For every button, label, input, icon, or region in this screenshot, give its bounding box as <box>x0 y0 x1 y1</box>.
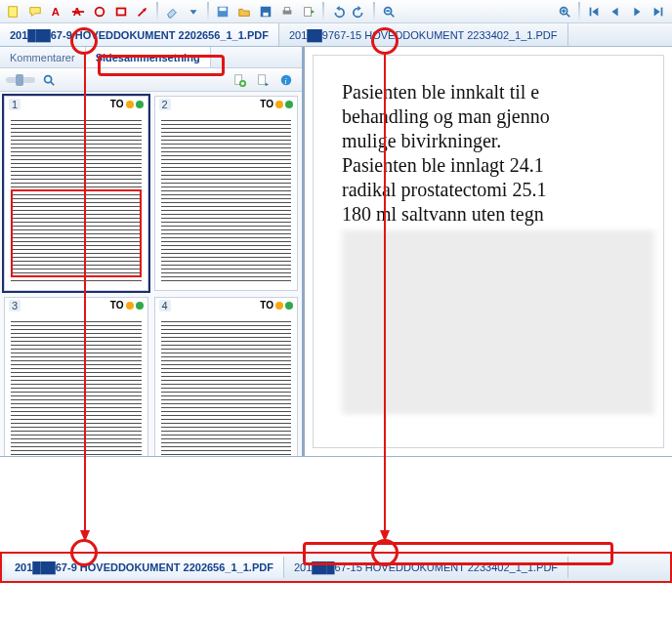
page-number: 3 <box>9 300 21 311</box>
svg-point-4 <box>96 7 105 16</box>
bottom-tab-doc2[interactable]: 201███67-15 HOVEDDOKUMENT 2233402_1_1.PD… <box>284 557 568 578</box>
document-text: Pasienten ble innkalt til e behandling o… <box>342 80 654 227</box>
page-number: 4 <box>159 300 171 311</box>
document-blurred-text <box>342 232 654 413</box>
folder-icon[interactable] <box>234 2 254 21</box>
svg-text:A: A <box>52 6 60 18</box>
page-head: TO <box>110 99 144 109</box>
floppy-icon[interactable] <box>256 2 275 21</box>
page-number: 2 <box>159 99 171 110</box>
workspace: Kommentarer Sidesammensetning i 1 TO <box>0 47 672 457</box>
next-icon[interactable] <box>627 2 647 21</box>
document-page: Pasienten ble innkalt til e behandling o… <box>313 55 664 448</box>
svg-marker-29 <box>634 7 640 16</box>
svg-marker-27 <box>592 7 598 16</box>
eraser-icon[interactable] <box>162 2 182 21</box>
svg-marker-39 <box>266 82 270 86</box>
redo-icon[interactable] <box>350 2 369 21</box>
bottom-tab-doc1[interactable]: 201███67-9 HOVEDDOKUMENT 2202656_1_1.PDF <box>5 557 284 578</box>
svg-line-23 <box>567 13 570 17</box>
svg-point-32 <box>45 75 52 82</box>
toolbar-separator <box>207 2 209 21</box>
svg-rect-14 <box>284 7 289 11</box>
svg-rect-38 <box>259 74 266 84</box>
export-icon[interactable] <box>299 2 318 21</box>
zoom-in-icon[interactable] <box>555 2 574 21</box>
note-icon[interactable] <box>4 2 23 21</box>
circle-icon[interactable] <box>90 2 109 21</box>
thumbnail-page-2[interactable]: 2 TO <box>154 96 299 291</box>
move-page-icon[interactable] <box>253 70 273 90</box>
thumbnail-page-1[interactable]: 1 TO <box>4 96 148 291</box>
thumbnail-scroll[interactable]: 1 TO 2 TO 3 TO 4 TO <box>0 92 302 456</box>
info-icon[interactable]: i <box>276 70 296 90</box>
last-icon[interactable] <box>649 2 668 21</box>
page-head: TO <box>260 300 293 311</box>
svg-marker-28 <box>612 7 618 16</box>
document-view[interactable]: Pasienten ble innkalt til e behandling o… <box>305 47 672 456</box>
zoom-slider[interactable] <box>6 77 35 83</box>
svg-rect-26 <box>590 7 592 16</box>
page-number: 1 <box>9 99 21 110</box>
svg-marker-45 <box>380 530 390 542</box>
page-head: TO <box>260 99 293 109</box>
zoom-out-icon[interactable] <box>379 2 399 21</box>
toolbar-separator <box>156 2 158 21</box>
zoom-fit-icon[interactable] <box>39 70 59 90</box>
svg-line-33 <box>51 81 55 85</box>
svg-marker-17 <box>336 5 340 10</box>
svg-marker-31 <box>654 7 660 16</box>
page-head: TO <box>110 300 144 311</box>
tab-doc2[interactable]: 201██9767-15 HOVEDDOKUMENT 2233402_1_1.P… <box>279 23 568 46</box>
svg-marker-43 <box>80 530 90 542</box>
svg-rect-5 <box>117 8 126 15</box>
sidebar-subtabs: Kommentarer Sidesammensetning <box>0 47 302 68</box>
svg-marker-16 <box>312 10 315 14</box>
toolbar-separator <box>578 2 580 21</box>
first-icon[interactable] <box>584 2 604 21</box>
svg-rect-0 <box>9 6 18 17</box>
svg-rect-15 <box>305 7 312 16</box>
text-red-a-icon[interactable]: A <box>47 2 66 21</box>
svg-rect-10 <box>220 7 227 11</box>
svg-line-20 <box>391 13 395 17</box>
print-icon[interactable] <box>277 2 297 21</box>
text-strike-a-icon[interactable]: A <box>68 2 88 21</box>
thumbnail-toolbar: i <box>0 68 302 92</box>
toolbar-separator <box>322 2 324 21</box>
document-tabs: 201███67-9 HOVEDDOKUMENT 2202656_1_1.PDF… <box>0 23 672 47</box>
rect-icon[interactable] <box>111 2 131 21</box>
svg-rect-12 <box>263 12 268 16</box>
bottom-tabs-annotation: 201███67-9 HOVEDDOKUMENT 2202656_1_1.PDF… <box>0 552 672 583</box>
thumbnail-page-4[interactable]: 4 TO <box>154 297 299 456</box>
add-page-icon[interactable] <box>230 70 249 90</box>
subtab-thumbs[interactable]: Sidesammensetning <box>86 47 211 67</box>
main-toolbar: A A <box>0 0 672 23</box>
tab-doc1[interactable]: 201███67-9 HOVEDDOKUMENT 2202656_1_1.PDF <box>0 23 279 46</box>
svg-marker-18 <box>357 5 361 10</box>
prev-icon[interactable] <box>606 2 625 21</box>
undo-icon[interactable] <box>328 2 348 21</box>
thumbnail-page-3[interactable]: 3 TO <box>4 297 148 456</box>
left-sidebar: Kommentarer Sidesammensetning i 1 TO <box>0 47 305 456</box>
subtab-comments[interactable]: Kommentarer <box>0 47 86 67</box>
arrow-icon[interactable] <box>133 2 152 21</box>
svg-rect-30 <box>661 7 663 16</box>
toolbar-separator <box>373 2 375 21</box>
save-icon[interactable] <box>213 2 232 21</box>
dropdown-icon[interactable] <box>184 2 203 21</box>
comment-icon[interactable] <box>25 2 45 21</box>
svg-marker-8 <box>190 10 197 14</box>
